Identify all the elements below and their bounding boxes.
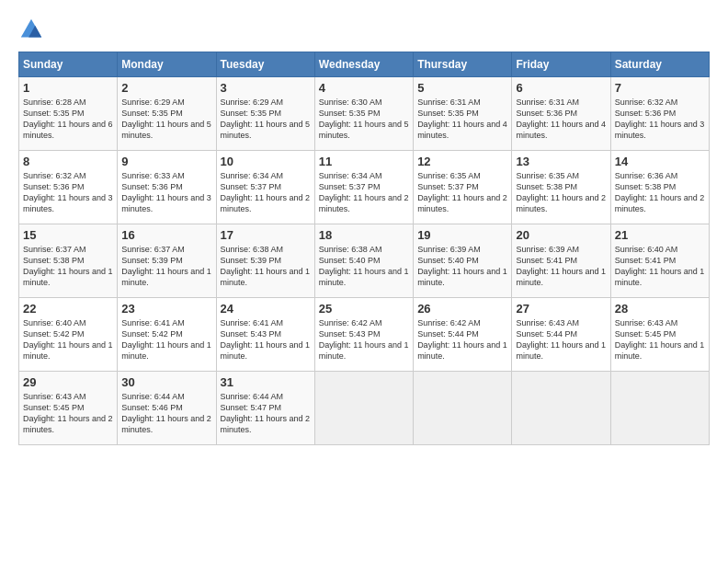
calendar-cell: 2 Sunrise: 6:29 AMSunset: 5:35 PMDayligh… [118,77,216,151]
calendar-cell: 3 Sunrise: 6:29 AMSunset: 5:35 PMDayligh… [216,77,314,151]
calendar-cell: 11 Sunrise: 6:34 AMSunset: 5:37 PMDaylig… [314,151,413,224]
cell-info: Sunrise: 6:37 AMSunset: 5:39 PMDaylight:… [121,245,211,287]
day-header-tuesday: Tuesday [216,52,314,77]
cell-info: Sunrise: 6:34 AMSunset: 5:37 PMDaylight:… [221,171,311,213]
day-number: 2 [121,81,211,95]
calendar-cell: 27 Sunrise: 6:43 AMSunset: 5:44 PMDaylig… [512,298,610,372]
day-number: 12 [417,155,507,168]
cell-info: Sunrise: 6:33 AMSunset: 5:36 PMDaylight:… [121,171,211,213]
day-number: 23 [121,302,211,316]
page-container: SundayMondayTuesdayWednesdayThursdayFrid… [0,0,728,454]
calendar-cell: 29 Sunrise: 6:43 AMSunset: 5:45 PMDaylig… [19,372,118,445]
day-number: 16 [121,228,211,242]
calendar-cell: 18 Sunrise: 6:38 AMSunset: 5:40 PMDaylig… [314,224,413,298]
cell-info: Sunrise: 6:41 AMSunset: 5:43 PMDaylight:… [221,318,311,361]
calendar-cell: 8 Sunrise: 6:32 AMSunset: 5:36 PMDayligh… [19,151,118,224]
day-header-monday: Monday [118,52,216,77]
cell-info: Sunrise: 6:37 AMSunset: 5:38 PMDaylight:… [23,245,113,287]
calendar-cell: 19 Sunrise: 6:39 AMSunset: 5:40 PMDaylig… [414,224,512,298]
day-number: 27 [516,302,606,316]
cell-info: Sunrise: 6:39 AMSunset: 5:41 PMDaylight:… [516,245,606,287]
day-number: 8 [23,155,113,168]
day-number: 13 [516,155,606,168]
cell-info: Sunrise: 6:43 AMSunset: 5:45 PMDaylight:… [23,392,113,434]
day-header-saturday: Saturday [610,52,709,77]
cell-info: Sunrise: 6:43 AMSunset: 5:45 PMDaylight:… [615,318,705,361]
day-header-thursday: Thursday [414,52,512,77]
calendar-cell: 1 Sunrise: 6:28 AMSunset: 5:35 PMDayligh… [19,77,118,151]
day-number: 15 [23,228,113,242]
calendar-week: 8 Sunrise: 6:32 AMSunset: 5:36 PMDayligh… [19,151,710,224]
day-number: 6 [516,81,606,95]
day-header-sunday: Sunday [19,52,118,77]
day-number: 11 [319,155,409,168]
day-number: 5 [417,81,507,95]
calendar-cell [610,372,709,445]
calendar-cell: 6 Sunrise: 6:31 AMSunset: 5:36 PMDayligh… [512,77,610,151]
day-number: 25 [319,302,409,316]
calendar-cell: 25 Sunrise: 6:42 AMSunset: 5:43 PMDaylig… [314,298,413,372]
cell-info: Sunrise: 6:32 AMSunset: 5:36 PMDaylight:… [615,98,705,140]
header-row-days: SundayMondayTuesdayWednesdayThursdayFrid… [19,52,710,77]
cell-info: Sunrise: 6:35 AMSunset: 5:38 PMDaylight:… [516,171,606,213]
logo-icon [18,17,44,42]
day-number: 19 [417,228,507,242]
day-number: 10 [221,155,311,168]
day-number: 26 [417,302,507,316]
day-header-friday: Friday [512,52,610,77]
calendar-cell: 26 Sunrise: 6:42 AMSunset: 5:44 PMDaylig… [414,298,512,372]
calendar-week: 22 Sunrise: 6:40 AMSunset: 5:42 PMDaylig… [19,298,710,372]
day-number: 9 [121,155,211,168]
calendar-table: SundayMondayTuesdayWednesdayThursdayFrid… [18,52,710,445]
calendar-cell [414,372,512,445]
cell-info: Sunrise: 6:35 AMSunset: 5:37 PMDaylight:… [417,171,507,213]
day-number: 20 [516,228,606,242]
day-number: 31 [221,375,311,389]
cell-info: Sunrise: 6:29 AMSunset: 5:35 PMDaylight:… [121,98,211,140]
calendar-cell: 5 Sunrise: 6:31 AMSunset: 5:35 PMDayligh… [414,77,512,151]
calendar-cell: 21 Sunrise: 6:40 AMSunset: 5:41 PMDaylig… [610,224,709,298]
cell-info: Sunrise: 6:34 AMSunset: 5:37 PMDaylight:… [319,171,409,213]
day-number: 29 [23,375,113,389]
calendar-cell: 9 Sunrise: 6:33 AMSunset: 5:36 PMDayligh… [118,151,216,224]
cell-info: Sunrise: 6:40 AMSunset: 5:41 PMDaylight:… [615,245,705,287]
calendar-cell: 22 Sunrise: 6:40 AMSunset: 5:42 PMDaylig… [19,298,118,372]
day-number: 7 [615,81,705,95]
calendar-cell: 30 Sunrise: 6:44 AMSunset: 5:46 PMDaylig… [118,372,216,445]
calendar-week: 29 Sunrise: 6:43 AMSunset: 5:45 PMDaylig… [19,372,710,445]
calendar-cell: 7 Sunrise: 6:32 AMSunset: 5:36 PMDayligh… [610,77,709,151]
calendar-cell: 24 Sunrise: 6:41 AMSunset: 5:43 PMDaylig… [216,298,314,372]
cell-info: Sunrise: 6:44 AMSunset: 5:47 PMDaylight:… [221,392,311,434]
calendar-cell: 15 Sunrise: 6:37 AMSunset: 5:38 PMDaylig… [19,224,118,298]
cell-info: Sunrise: 6:29 AMSunset: 5:35 PMDaylight:… [221,98,311,140]
cell-info: Sunrise: 6:44 AMSunset: 5:46 PMDaylight:… [121,392,211,434]
cell-info: Sunrise: 6:38 AMSunset: 5:39 PMDaylight:… [221,245,311,287]
cell-info: Sunrise: 6:38 AMSunset: 5:40 PMDaylight:… [319,245,409,287]
calendar-cell: 13 Sunrise: 6:35 AMSunset: 5:38 PMDaylig… [512,151,610,224]
calendar-cell: 12 Sunrise: 6:35 AMSunset: 5:37 PMDaylig… [414,151,512,224]
calendar-cell: 17 Sunrise: 6:38 AMSunset: 5:39 PMDaylig… [216,224,314,298]
cell-info: Sunrise: 6:42 AMSunset: 5:43 PMDaylight:… [319,318,409,361]
day-number: 3 [221,81,311,95]
calendar-cell [314,372,413,445]
calendar-cell: 4 Sunrise: 6:30 AMSunset: 5:35 PMDayligh… [314,77,413,151]
day-number: 24 [221,302,311,316]
calendar-cell: 28 Sunrise: 6:43 AMSunset: 5:45 PMDaylig… [610,298,709,372]
calendar-week: 15 Sunrise: 6:37 AMSunset: 5:38 PMDaylig… [19,224,710,298]
header-row [18,17,710,42]
cell-info: Sunrise: 6:42 AMSunset: 5:44 PMDaylight:… [417,318,507,361]
day-number: 22 [23,302,113,316]
cell-info: Sunrise: 6:32 AMSunset: 5:36 PMDaylight:… [23,171,113,213]
day-number: 18 [319,228,409,242]
cell-info: Sunrise: 6:39 AMSunset: 5:40 PMDaylight:… [417,245,507,287]
calendar-cell [512,372,610,445]
day-number: 21 [615,228,705,242]
cell-info: Sunrise: 6:40 AMSunset: 5:42 PMDaylight:… [23,318,113,361]
day-number: 4 [319,81,409,95]
calendar-cell: 10 Sunrise: 6:34 AMSunset: 5:37 PMDaylig… [216,151,314,224]
day-number: 30 [121,375,211,389]
cell-info: Sunrise: 6:31 AMSunset: 5:35 PMDaylight:… [417,98,507,140]
calendar-week: 1 Sunrise: 6:28 AMSunset: 5:35 PMDayligh… [19,77,710,151]
calendar-cell: 14 Sunrise: 6:36 AMSunset: 5:38 PMDaylig… [610,151,709,224]
calendar-cell: 16 Sunrise: 6:37 AMSunset: 5:39 PMDaylig… [118,224,216,298]
